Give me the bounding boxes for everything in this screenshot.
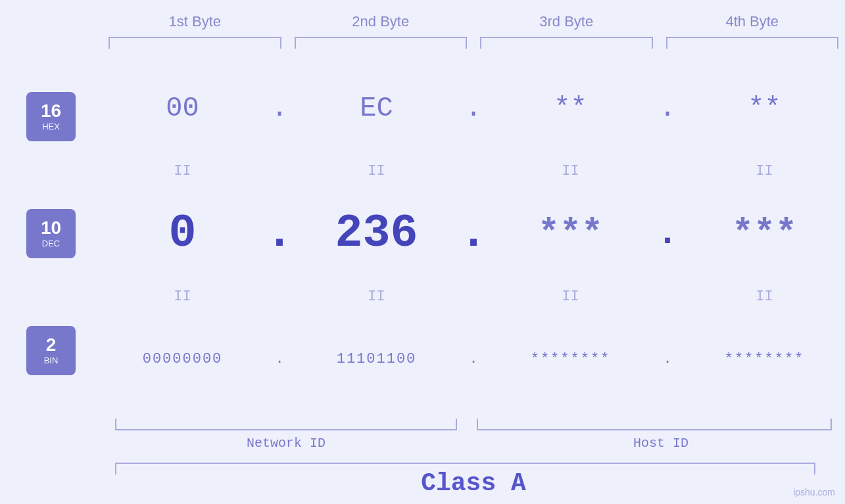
bin-dot-2: . <box>457 351 490 367</box>
eq2-1: II <box>102 288 263 305</box>
bracket-2 <box>295 37 468 49</box>
bottom-brackets <box>102 419 845 430</box>
hex-value-2: EC <box>360 93 393 124</box>
eq1-2: II <box>296 163 457 179</box>
eq1-3: II <box>490 163 651 179</box>
dec-value-4: *** <box>732 213 797 254</box>
dec-cell-4: *** <box>684 213 845 254</box>
bin-value-1: 00000000 <box>143 351 223 367</box>
content-area: 16 HEX 10 DEC 2 BIN 00 . <box>0 52 845 415</box>
rows-container: 00 . EC . ** . ** <box>102 52 845 415</box>
bin-badge-number: 2 <box>46 336 57 354</box>
dec-cell-1: 0 <box>102 208 263 260</box>
network-id-label: Network ID <box>102 436 470 451</box>
dec-dot-2: . <box>457 208 490 260</box>
hex-badge-label: HEX <box>42 122 60 131</box>
eq2-2: II <box>296 288 457 305</box>
hex-cell-2: EC <box>296 93 457 124</box>
badges-column: 16 HEX 10 DEC 2 BIN <box>0 52 102 415</box>
equals-row-2: II II II II <box>102 286 845 306</box>
bracket-1 <box>109 37 281 49</box>
dec-dot-1: . <box>263 208 296 260</box>
bin-cell-3: ******** <box>490 351 651 367</box>
eq2-4: II <box>684 288 845 305</box>
bin-row: 00000000 . 11101100 . ******** . <box>102 306 845 412</box>
equals-row-1: II II II II <box>102 161 845 181</box>
hex-cell-4: ** <box>684 93 845 124</box>
bin-dot-1: . <box>263 351 296 367</box>
hex-badge-number: 16 <box>41 102 61 120</box>
hex-dot-3: . <box>651 93 684 124</box>
bin-badge: 2 BIN <box>26 326 76 375</box>
host-id-label: Host ID <box>477 436 845 451</box>
bin-cell-4: ******** <box>684 351 845 367</box>
eq2-3: II <box>490 288 651 305</box>
dec-value-1: 0 <box>168 208 196 260</box>
eq1-1: II <box>102 163 263 179</box>
hex-badge: 16 HEX <box>26 92 76 141</box>
bin-value-2: 11101100 <box>337 351 417 367</box>
dec-value-3: *** <box>538 213 603 254</box>
class-area: Class A <box>0 463 845 497</box>
hex-value-3: ** <box>554 93 587 124</box>
bottom-area: Network ID Host ID <box>0 419 845 451</box>
dec-badge-number: 10 <box>41 219 61 237</box>
hex-dot-2: . <box>457 93 490 124</box>
dec-row: 0 . 236 . *** . *** <box>102 181 845 286</box>
byte-header-2: 2nd Byte <box>288 13 474 30</box>
bin-value-4: ******** <box>725 351 805 367</box>
hex-cell-1: 00 <box>102 93 263 124</box>
dec-cell-3: *** <box>490 213 651 254</box>
dec-cell-2: 236 <box>296 208 457 260</box>
bin-value-3: ******** <box>531 351 611 367</box>
hex-row: 00 . EC . ** . ** <box>102 55 845 161</box>
hex-cell-3: ** <box>490 93 651 124</box>
byte-header-3: 3rd Byte <box>473 13 660 30</box>
hex-dot-1: . <box>263 93 296 124</box>
eq1-4: II <box>684 163 845 179</box>
hex-value-4: ** <box>748 93 781 124</box>
watermark: ipshu.com <box>793 487 835 497</box>
byte-header-1: 1st Byte <box>102 13 288 30</box>
bin-dot-3: . <box>651 351 684 367</box>
labels-row: Network ID Host ID <box>102 436 845 451</box>
hex-value-1: 00 <box>166 93 199 124</box>
dec-badge-label: DEC <box>42 239 60 248</box>
byte-header-4: 4th Byte <box>660 13 846 30</box>
bin-cell-1: 00000000 <box>102 351 263 367</box>
bracket-3 <box>480 37 653 49</box>
main-container: 1st Byte 2nd Byte 3rd Byte 4th Byte 16 H… <box>0 0 845 504</box>
bin-badge-label: BIN <box>44 355 59 365</box>
bracket-row <box>0 37 845 49</box>
dec-badge: 10 DEC <box>26 209 76 258</box>
dec-dot-3: . <box>651 213 684 254</box>
bin-cell-2: 11101100 <box>296 351 457 367</box>
bracket-4 <box>666 37 839 49</box>
byte-headers: 1st Byte 2nd Byte 3rd Byte 4th Byte <box>0 0 845 30</box>
dec-value-2: 236 <box>335 208 418 260</box>
class-label: Class A <box>102 469 845 497</box>
